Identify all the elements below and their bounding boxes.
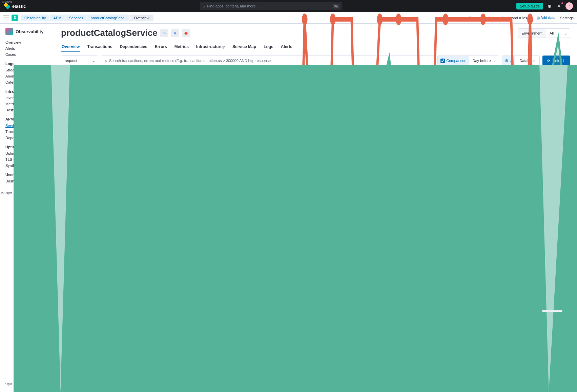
main-content: productCatalogService ∞ ⎈ ◆ Environment … bbox=[54, 24, 577, 329]
span-time-panel: Time spent by span type ⓘ 100% bbox=[61, 284, 180, 321]
spantime-chart bbox=[14, 0, 577, 329]
